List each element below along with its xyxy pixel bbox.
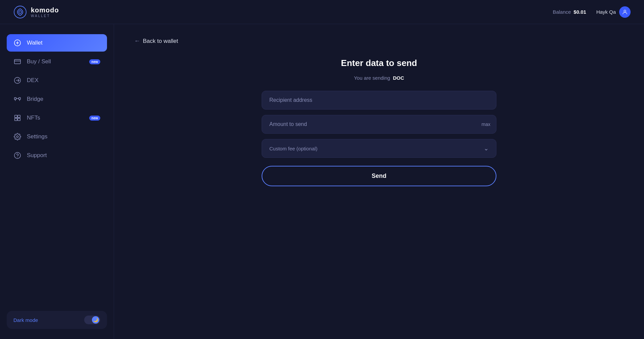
logo-sub: WALLET xyxy=(31,14,59,18)
sidebar-item-bridge[interactable]: Bridge xyxy=(7,90,107,108)
custom-fee-label: Custom fee (optional) xyxy=(269,146,317,151)
back-to-wallet-link[interactable]: ← Back to wallet xyxy=(134,38,178,45)
amount-input[interactable] xyxy=(262,115,496,134)
max-button[interactable]: max xyxy=(482,122,490,127)
svg-point-1 xyxy=(19,11,21,13)
sidebar: Wallet Buy / Sell new DEX xyxy=(0,24,114,339)
layout: Wallet Buy / Sell new DEX xyxy=(0,24,644,339)
sidebar-bridge-label: Bridge xyxy=(27,96,100,103)
svg-rect-9 xyxy=(15,115,17,118)
amount-group: max xyxy=(262,115,496,134)
recipient-group xyxy=(262,91,496,110)
logo: komodo WALLET xyxy=(13,5,59,19)
back-arrow-icon: ← xyxy=(134,38,140,45)
svg-point-13 xyxy=(16,136,18,138)
toggle-switch[interactable]: 🌙 xyxy=(84,316,100,324)
main-content: ← Back to wallet Enter data to send You … xyxy=(114,24,644,339)
user-area[interactable]: Hayk Qa xyxy=(596,6,631,18)
support-icon xyxy=(13,151,21,159)
form-title: Enter data to send xyxy=(262,58,496,68)
custom-fee-row[interactable]: Custom fee (optional) ⌄ xyxy=(262,139,496,158)
sidebar-item-buy-sell[interactable]: Buy / Sell new xyxy=(7,53,107,70)
balance-area: Balance $0.01 xyxy=(553,9,586,15)
settings-icon xyxy=(13,133,21,141)
nfts-badge: new xyxy=(89,116,100,121)
avatar xyxy=(619,6,631,18)
toggle-knob: 🌙 xyxy=(92,316,99,324)
balance-value: $0.01 xyxy=(574,9,586,15)
sidebar-buy-sell-label: Buy / Sell xyxy=(27,58,84,65)
recipient-address-input[interactable] xyxy=(262,91,496,110)
credit-card-icon xyxy=(13,58,21,66)
user-icon xyxy=(622,9,628,15)
svg-rect-8 xyxy=(19,97,20,99)
back-label: Back to wallet xyxy=(143,38,178,45)
svg-rect-12 xyxy=(18,118,20,121)
nfts-icon xyxy=(13,114,21,122)
logo-name: komodo xyxy=(31,6,59,14)
sending-info: You are sending DOC xyxy=(262,75,496,81)
send-form-container: Enter data to send You are sending DOC m… xyxy=(262,58,496,186)
sidebar-nfts-label: NFTs xyxy=(27,115,84,121)
sidebar-item-support[interactable]: Support xyxy=(7,147,107,164)
svg-rect-7 xyxy=(14,97,16,99)
sidebar-settings-label: Settings xyxy=(27,133,100,140)
logo-text: komodo WALLET xyxy=(31,6,59,18)
svg-point-14 xyxy=(14,152,20,158)
svg-rect-10 xyxy=(18,115,20,118)
svg-rect-4 xyxy=(14,60,20,64)
svg-point-2 xyxy=(624,10,626,12)
buy-sell-badge: new xyxy=(89,59,100,64)
send-button[interactable]: Send xyxy=(262,166,496,186)
sidebar-item-dex[interactable]: DEX xyxy=(7,72,107,89)
svg-rect-11 xyxy=(15,118,17,121)
sending-prefix: You are sending xyxy=(354,75,390,81)
sidebar-item-settings[interactable]: Settings xyxy=(7,128,107,145)
sidebar-support-label: Support xyxy=(27,152,100,159)
sidebar-wallet-label: Wallet xyxy=(27,40,100,46)
chevron-down-icon: ⌄ xyxy=(484,145,489,152)
sidebar-dex-label: DEX xyxy=(27,77,100,84)
user-name: Hayk Qa xyxy=(596,9,616,15)
dex-icon xyxy=(13,76,21,84)
komodo-logo-icon xyxy=(13,5,27,19)
coin-name: DOC xyxy=(393,75,404,81)
sidebar-item-wallet[interactable]: Wallet xyxy=(7,34,107,52)
header-right: Balance $0.01 Hayk Qa xyxy=(553,6,631,18)
svg-point-0 xyxy=(14,6,26,18)
wallet-icon xyxy=(13,39,21,47)
sidebar-bottom: Dark mode 🌙 xyxy=(7,311,107,329)
sidebar-item-nfts[interactable]: NFTs new xyxy=(7,109,107,127)
header: komodo WALLET Balance $0.01 Hayk Qa xyxy=(0,0,644,24)
bridge-icon xyxy=(13,95,21,103)
dark-mode-toggle[interactable]: Dark mode 🌙 xyxy=(7,311,107,329)
balance-label: Balance xyxy=(553,9,571,15)
dark-mode-label: Dark mode xyxy=(13,317,38,323)
